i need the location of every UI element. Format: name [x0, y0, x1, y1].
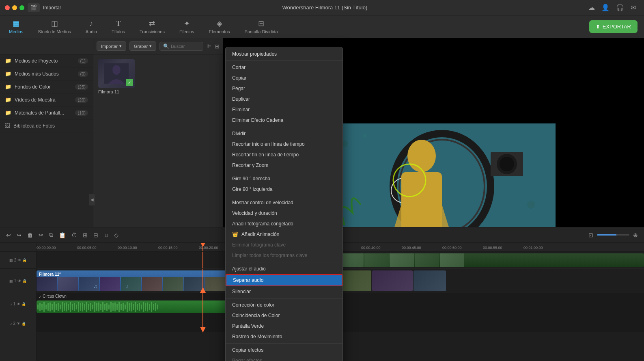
menu-recortar-inicio[interactable]: Recortar inicio en línea de tiempo [226, 139, 342, 149]
correccion-color-label: Corrección de color [232, 302, 274, 308]
close-button[interactable] [5, 5, 10, 10]
menu-gire-izquierda[interactable]: Gire 90 ° izquierda [226, 184, 342, 195]
search-box[interactable]: 🔍 [159, 42, 203, 51]
lock-icon-v1[interactable]: 🔒 [22, 279, 27, 283]
filter-icon[interactable]: ⊫ [207, 43, 211, 50]
search-input[interactable] [171, 44, 200, 49]
menu-fotograma-congelado[interactable]: Añadir fotograma congelado [226, 218, 342, 229]
toolbar-elementos[interactable]: ◈ Elementos [207, 17, 233, 36]
crop-icon[interactable]: ⊞ [82, 231, 89, 240]
menu-anadir-animacion[interactable]: 👑 Añadir Animación [226, 229, 342, 240]
toolbar-medios[interactable]: ▦ Medios [6, 17, 26, 36]
record-button[interactable]: Grabar ▾ [129, 41, 156, 51]
track-header-a2: ♪ 2 👁 🔒 [0, 315, 36, 332]
titlebar-right-icons: ☁ 👤 🎧 ✉ [588, 4, 636, 11]
menu-correccion-color[interactable]: Corrección de color [226, 300, 342, 310]
menu-gire-derecha[interactable]: Gire 90 ° derecha [226, 173, 342, 184]
sidebar-header [0, 38, 93, 54]
sidebar-item-medios-usados[interactable]: 📁 Medios más Usados (0) [0, 67, 93, 80]
menu-velocidad-duracion[interactable]: Velocidad y duración [226, 208, 342, 218]
svg-rect-17 [37, 305, 39, 309]
eye-icon-a2[interactable]: 👁 [17, 322, 20, 326]
keyframe-icon[interactable]: ◇ [113, 231, 120, 240]
timeline-zoom-slider[interactable] [597, 234, 629, 236]
sidebar-item-materiales[interactable]: 📁 Materiales de Pantall... (10) [0, 106, 93, 119]
collapse-sidebar-button[interactable]: ◀ [89, 194, 95, 205]
eliminar-fotograma-label: Eliminar fotograma clave [232, 242, 286, 248]
person-icon[interactable]: 👤 [601, 4, 610, 11]
svg-rect-55 [114, 303, 116, 311]
eye-icon-v1[interactable]: 👁 [17, 279, 21, 283]
toolbar-audio[interactable]: ♪ Audio [83, 18, 99, 36]
vframe7 [163, 277, 183, 291]
trash-icon[interactable]: 🗑 [26, 231, 34, 240]
maximize-button[interactable] [19, 5, 24, 10]
sidebar-item-biblioteca[interactable]: 🖼 Biblioteca de Fotos [0, 119, 93, 132]
menu-divider-2 [226, 127, 342, 127]
mail-icon[interactable]: ✉ [631, 4, 636, 11]
menu-silenciar[interactable]: Silenciar [226, 286, 342, 297]
v1-clip-right3[interactable] [372, 270, 413, 291]
copy-icon[interactable]: ⧉ [48, 230, 54, 240]
eye-icon-v2[interactable]: 👁 [17, 258, 21, 262]
menu-pantalla-verde[interactable]: Pantalla Verde [226, 321, 342, 331]
playhead-bottom [200, 327, 206, 333]
ruler-mark-9: 00:00:45:00 [402, 246, 421, 250]
menu-recortar-zoom[interactable]: Recortar y Zoom [226, 160, 342, 171]
grid-icon[interactable]: ⊞ [215, 43, 220, 50]
thumb-image [104, 63, 129, 84]
scissors-icon[interactable]: ✂ [37, 231, 45, 240]
media-item-filmora[interactable]: ✓ Filmora 11 [98, 59, 218, 94]
lock-icon-v2[interactable]: 🔒 [22, 258, 27, 262]
svg-rect-63 [131, 303, 132, 311]
toolbar-efectos[interactable]: ✦ Efectos [177, 17, 197, 36]
minimize-button[interactable] [12, 5, 17, 10]
menu-recortar-fin[interactable]: Recortar fin en línea de tiempo [226, 149, 342, 160]
menu-eliminar[interactable]: Eliminar [226, 104, 342, 115]
export-button[interactable]: ⬆ EXPORTAR [589, 20, 638, 33]
toolbar-titulos[interactable]: T Títulos [109, 18, 127, 36]
paste-icon[interactable]: 📋 [58, 231, 67, 240]
menu-pegar[interactable]: Pegar [226, 83, 342, 94]
menu-mostrar-propiedades[interactable]: Mostrar propiedades [226, 49, 342, 59]
v1-clip-right4[interactable] [414, 270, 446, 291]
redo-icon[interactable]: ↪ [15, 231, 23, 240]
speed-icon[interactable]: ⏱ [70, 231, 78, 240]
toolbar-pantalla[interactable]: ⊟ Pantalla Dividida [242, 17, 280, 36]
efectos-icon: ✦ [184, 19, 190, 28]
menu-divider-7 [226, 343, 342, 344]
zoom-fit-icon[interactable]: ⊡ [587, 231, 594, 240]
eye-icon-a1[interactable]: 👁 [17, 302, 20, 306]
sidebar-label-medios: Medios de Proyecto [15, 58, 75, 64]
menu-separar-audio[interactable]: Separar audio [226, 274, 342, 286]
menu-eliminar-cadena[interactable]: Eliminar Efecto Cadena [226, 115, 342, 125]
menu-ajustar-audio[interactable]: Ajustar el audio [226, 264, 342, 274]
headphone-icon[interactable]: 🎧 [616, 4, 624, 11]
import-button[interactable]: Importar ▾ [97, 41, 126, 51]
menu-dividir[interactable]: Dividir [226, 128, 342, 139]
crown-icon: 👑 [232, 231, 238, 237]
lock-icon-a1[interactable]: 🔒 [22, 302, 26, 306]
sidebar-item-videos[interactable]: 📁 Vídeos de Muestra (20) [0, 93, 93, 106]
toolbar-stock[interactable]: ◫ Stock de Medios [35, 17, 73, 36]
zoom-magnify-icon[interactable]: ⊕ [632, 231, 639, 240]
menu-mostrar-velocidad[interactable]: Mostrar control de velocidad [226, 197, 342, 208]
svg-rect-68 [141, 305, 142, 309]
cloud-icon[interactable]: ☁ [588, 4, 595, 11]
audio-split-icon[interactable]: ♫ [103, 231, 110, 240]
copiar-label: Copiar [232, 75, 246, 81]
menu-duplicar[interactable]: Duplicar [226, 94, 342, 104]
pantalla-icon: ⊟ [258, 19, 264, 28]
menu-rastreo-movimiento[interactable]: Rastreo de Movimiento [226, 331, 342, 342]
undo-icon[interactable]: ↩ [5, 231, 12, 240]
split-icon[interactable]: ⊟ [92, 231, 99, 240]
sidebar-item-fondos[interactable]: 📁 Fondos de Color (25) [0, 80, 93, 93]
sidebar-item-medios-proyecto[interactable]: 📁 Medios de Proyecto (1) [0, 54, 93, 67]
lock-icon-a2[interactable]: 🔒 [22, 322, 26, 326]
menu-cortar[interactable]: Cortar [226, 62, 342, 73]
menu-copiar-efectos[interactable]: Copiar efectos [226, 345, 342, 355]
menu-copiar[interactable]: Copiar [226, 73, 342, 83]
menu-coincidencia-color[interactable]: Coincidencia de Color [226, 310, 342, 321]
svg-rect-67 [139, 303, 140, 311]
toolbar-transiciones[interactable]: ⇄ Transiciones [137, 17, 167, 36]
